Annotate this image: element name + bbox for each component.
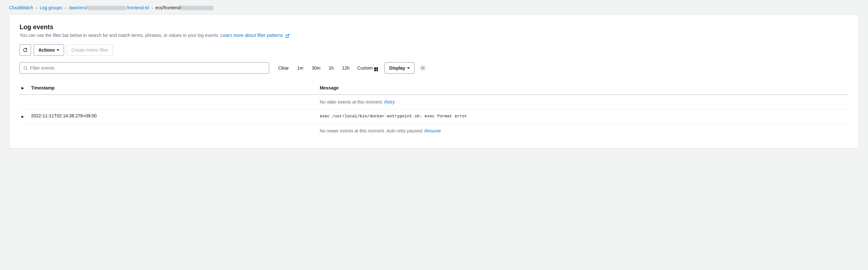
row-expand-cell: ▶ (20, 109, 31, 124)
refresh-button[interactable] (20, 44, 31, 56)
row-timestamp-cell: 2022-11-11T02:14:38.278+09:00 (31, 109, 320, 124)
filter-row: Clear 1m 30m 1h 12h Custom Display (20, 62, 848, 74)
row-message-cell: exec /usr/local/bin/docker-entrypoint.sh… (320, 109, 848, 124)
learn-more-link[interactable]: Learn more about filter patterns (220, 33, 289, 38)
breadcrumb: CloudWatch › Log groups › /aws/ecs/-fron… (0, 0, 868, 14)
no-older-timestamp-cell (31, 94, 320, 109)
breadcrumb-sep-3: › (151, 5, 153, 10)
breadcrumb-ecs-frontend: ecs/frontend/ (156, 5, 214, 10)
time-30m-button[interactable]: 30m (308, 63, 324, 73)
custom-time-button[interactable]: Custom (354, 63, 381, 73)
page-wrapper: CloudWatch › Log groups › /aws/ecs/-fron… (0, 0, 868, 270)
expand-all-icon[interactable]: ▶ (20, 85, 26, 91)
no-older-expand-cell (20, 94, 31, 109)
page-description: You can use the filter bar below to sear… (20, 33, 848, 38)
col-timestamp-header: Timestamp (31, 81, 320, 94)
col-message-header: Message (320, 81, 848, 94)
time-1m-button[interactable]: 1m (293, 63, 307, 73)
create-metric-filter-button[interactable]: Create metric filter (67, 44, 113, 56)
clear-button[interactable]: Clear (274, 63, 292, 73)
time-1h-button[interactable]: 1h (325, 63, 338, 73)
breadcrumb-sep-2: › (65, 5, 66, 10)
page-title: Log events (20, 23, 848, 31)
time-12h-button[interactable]: 12h (338, 63, 353, 73)
external-link-icon (285, 34, 289, 38)
col-expand-header: ▶ (20, 81, 31, 94)
settings-button[interactable] (417, 62, 429, 74)
row-expand-icon[interactable]: ▶ (20, 113, 26, 119)
settings-gear-icon (420, 65, 426, 71)
log-table: ▶ Timestamp Message No older events at t… (20, 81, 848, 138)
breadcrumb-aws-ecs[interactable]: /aws/ecs/-frontend-td (69, 5, 149, 10)
no-newer-events-row: No newer events at this moment. Auto ret… (20, 124, 848, 138)
filter-input-container (20, 62, 269, 74)
table-header-row: ▶ Timestamp Message (20, 81, 848, 94)
no-newer-message-cell: No newer events at this moment. Auto ret… (320, 124, 848, 138)
search-icon (23, 65, 28, 71)
breadcrumb-sep-1: › (36, 5, 37, 10)
breadcrumb-redacted-2 (182, 6, 214, 10)
table-row: ▶ 2022-11-11T02:14:38.278+09:00 exec /us… (20, 109, 848, 124)
no-newer-expand-cell (20, 124, 31, 138)
refresh-icon (23, 48, 28, 53)
retry-link[interactable]: Retry (384, 100, 395, 105)
toolbar: Actions Create metric filter (20, 44, 848, 56)
custom-grid-icon (374, 65, 378, 72)
resume-link[interactable]: Resume (425, 128, 441, 133)
no-older-events-row: No older events at this moment. Retry (20, 94, 848, 109)
svg-line-1 (26, 69, 27, 70)
no-older-message-cell: No older events at this moment. Retry (320, 94, 848, 109)
time-controls: Clear 1m 30m 1h 12h Custom (274, 63, 381, 73)
breadcrumb-log-group-path: /aws/ecs/-frontend-td (69, 5, 149, 10)
no-newer-timestamp-cell (31, 124, 320, 138)
display-button[interactable]: Display (384, 62, 414, 74)
filter-events-input[interactable] (30, 65, 266, 71)
breadcrumb-cloudwatch[interactable]: CloudWatch (9, 5, 33, 10)
breadcrumb-log-groups[interactable]: Log groups (40, 5, 62, 10)
actions-chevron-icon (57, 49, 59, 51)
main-card: Log events You can use the filter bar be… (9, 14, 859, 148)
breadcrumb-redacted-1 (87, 6, 126, 10)
svg-point-2 (422, 68, 424, 69)
actions-button[interactable]: Actions (34, 44, 64, 56)
display-chevron-icon (407, 68, 410, 69)
